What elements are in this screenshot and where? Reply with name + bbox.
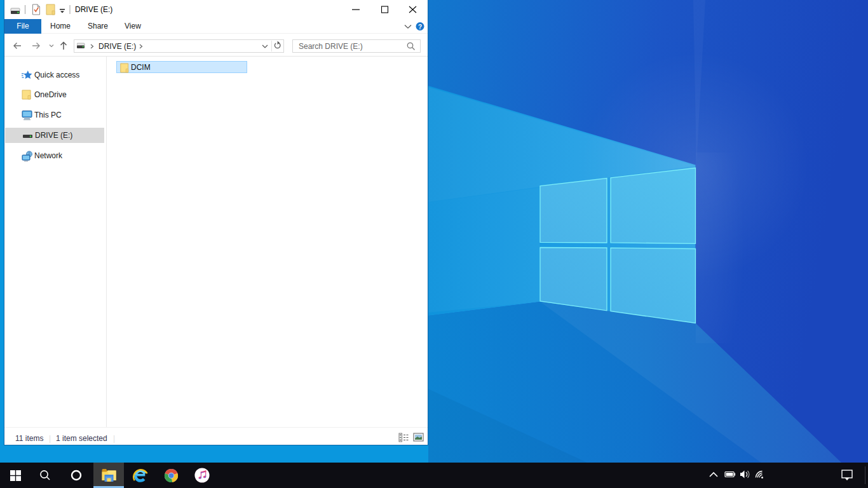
svg-text:?: ? <box>418 24 422 30</box>
